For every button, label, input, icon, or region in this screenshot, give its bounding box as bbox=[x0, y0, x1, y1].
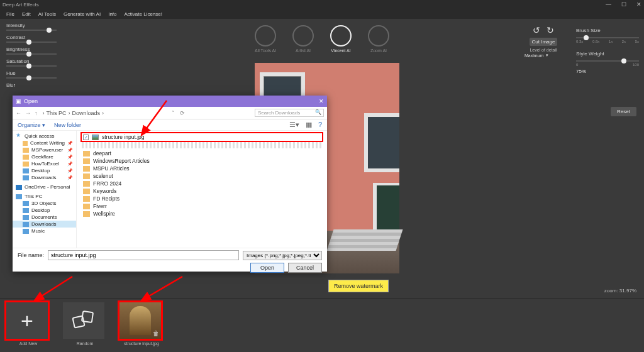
file-row[interactable]: Keywords bbox=[82, 187, 322, 195]
style-weight-slider[interactable] bbox=[576, 60, 639, 62]
redo-icon[interactable]: ↻ bbox=[547, 25, 554, 35]
svg-line-1 bbox=[35, 277, 72, 300]
mode-zoom[interactable]: Zoom AI bbox=[366, 25, 391, 53]
menu-activate[interactable]: Activate License! bbox=[125, 11, 162, 17]
sidebar-item[interactable]: MSPoweruser📌 bbox=[13, 146, 76, 153]
thumbnails-bar: + Add New Random 🗑 structure input.jpg bbox=[0, 298, 644, 352]
file-open-dialog: ▣Open ✕ ←→↑ ›This PC›Downloads› ˅ ⟳ Sear… bbox=[13, 96, 327, 272]
left-adjustments-panel: Intensity Contrast Brightness Saturation… bbox=[0, 19, 69, 96]
refresh-icon[interactable]: ⟳ bbox=[180, 110, 185, 116]
nav-dropdown-icon[interactable]: ˅ bbox=[172, 110, 175, 116]
undo-cut-panel: ↺↻ Cut Image Level of detail Maximum▾ bbox=[525, 25, 562, 58]
file-row[interactable]: Fiverr bbox=[82, 202, 322, 210]
sidebar-item[interactable]: Downloads📌 bbox=[13, 174, 76, 181]
dice-icon bbox=[73, 310, 94, 331]
help-icon[interactable]: ? bbox=[318, 121, 322, 129]
checkbox-icon[interactable]: ✓ bbox=[83, 135, 89, 140]
reset-button[interactable]: Reset bbox=[611, 107, 636, 116]
brush-size-label: Brush Size bbox=[576, 28, 639, 33]
cancel-button[interactable]: Cancel bbox=[288, 263, 322, 273]
sidebar-item[interactable]: Music bbox=[13, 228, 76, 234]
thumb-add-new[interactable]: + Add New bbox=[6, 302, 50, 349]
brightness-slider[interactable] bbox=[6, 53, 57, 55]
dialog-close-icon[interactable]: ✕ bbox=[319, 98, 324, 104]
trash-icon[interactable]: 🗑 bbox=[153, 330, 159, 337]
sidebar-item[interactable]: Desktop bbox=[13, 207, 76, 214]
intensity-label: Intensity bbox=[6, 23, 63, 28]
thumb-random[interactable]: Random bbox=[63, 302, 107, 349]
contrast-slider[interactable] bbox=[6, 41, 57, 43]
file-row[interactable]: deepart bbox=[82, 150, 322, 157]
lod-select[interactable]: Maximum▾ bbox=[525, 53, 562, 58]
mode-artist[interactable]: Artist AI bbox=[291, 25, 316, 53]
sidebar-item[interactable]: 3D Objects bbox=[13, 200, 76, 207]
close-icon[interactable]: ✕ bbox=[636, 1, 641, 8]
sidebar-item[interactable]: Desktop📌 bbox=[13, 167, 76, 174]
file-row[interactable]: scalenut bbox=[82, 172, 322, 180]
nav-back-icon[interactable]: ← bbox=[16, 110, 21, 116]
filename-input[interactable] bbox=[48, 250, 239, 260]
thumb-structure-image[interactable]: 🗑 structure input.jpg bbox=[119, 302, 164, 349]
file-row[interactable]: FD Recipts bbox=[82, 195, 322, 202]
dialog-titlebar[interactable]: ▣Open ✕ bbox=[13, 96, 327, 107]
organize-menu[interactable]: Organize ▾ bbox=[18, 122, 45, 128]
sidebar-quick-access[interactable]: Quick access bbox=[13, 133, 76, 140]
remove-watermark-button[interactable]: Remove watermark bbox=[328, 280, 389, 292]
style-weight-label: Style Weight bbox=[576, 51, 639, 57]
undo-icon[interactable]: ↺ bbox=[533, 25, 540, 35]
nav-fwd-icon[interactable]: → bbox=[25, 110, 31, 116]
file-row-selected[interactable]: ✓structure input.jpg bbox=[82, 133, 322, 141]
window-titlebar: Deep Art Effects — ☐ ✕ bbox=[0, 0, 644, 9]
nav-up-icon[interactable]: ↑ bbox=[35, 110, 38, 116]
maximize-icon[interactable]: ☐ bbox=[621, 1, 626, 8]
view-details-icon[interactable]: ▦ bbox=[306, 121, 312, 129]
menu-info[interactable]: Info bbox=[108, 11, 116, 17]
new-folder-button[interactable]: New folder bbox=[54, 122, 81, 128]
saturation-slider[interactable] bbox=[6, 65, 57, 67]
blur-label: Blur bbox=[6, 82, 63, 88]
zoom-level: zoom: 31.97% bbox=[604, 288, 636, 294]
mode-all-tools[interactable]: All Tools AI bbox=[253, 25, 278, 53]
hue-slider[interactable] bbox=[6, 77, 57, 79]
right-panel: Brush Size 0.3x0.8x1x2x5x Style Weight 0… bbox=[576, 25, 639, 74]
hue-label: Hue bbox=[6, 70, 63, 76]
ai-modes-row: All Tools AI Artist AI Vincent AI Zoom A… bbox=[253, 25, 391, 53]
plus-icon: + bbox=[21, 309, 33, 333]
chevron-down-icon: ▾ bbox=[546, 53, 548, 58]
view-list-icon[interactable]: ☰▾ bbox=[289, 121, 299, 129]
saturation-label: Saturation bbox=[6, 58, 63, 64]
sidebar-item[interactable]: Geekflare📌 bbox=[13, 153, 76, 160]
menu-file[interactable]: File bbox=[6, 11, 14, 17]
sidebar-item[interactable]: HowToExcel📌 bbox=[13, 160, 76, 167]
filetype-select[interactable]: Images (*.png;*.jpg;*.jpeg;*.tif;* bbox=[243, 251, 322, 260]
svg-line-2 bbox=[142, 277, 182, 300]
filename-label: File name: bbox=[18, 252, 44, 258]
menu-edit[interactable]: Edit bbox=[22, 11, 31, 17]
file-row[interactable]: WindowsReport Articles bbox=[82, 157, 322, 165]
open-button[interactable]: Open bbox=[250, 263, 284, 273]
file-row[interactable]: MSPU ARticles bbox=[82, 165, 322, 172]
contrast-label: Contrast bbox=[6, 35, 63, 40]
file-row[interactable]: FRRO 2024 bbox=[82, 180, 322, 187]
menu-ai-tools[interactable]: AI Tools bbox=[38, 11, 56, 17]
brush-size-slider[interactable] bbox=[576, 37, 639, 38]
dialog-toolbar: Organize ▾ New folder ☰▾▦? bbox=[13, 119, 327, 131]
cut-image-button[interactable]: Cut Image bbox=[530, 38, 558, 46]
minimize-icon[interactable]: — bbox=[606, 1, 611, 8]
mode-vincent[interactable]: Vincent AI bbox=[328, 25, 353, 53]
breadcrumb[interactable]: ›This PC›Downloads› bbox=[43, 110, 104, 116]
sidebar-onedrive[interactable]: OneDrive - Personal bbox=[13, 184, 76, 190]
sidebar-item[interactable]: Documents bbox=[13, 214, 76, 221]
sidebar-item[interactable]: Content Writing📌 bbox=[13, 140, 76, 146]
search-input[interactable]: Search Downloads🔍 bbox=[255, 109, 324, 117]
search-icon: 🔍 bbox=[315, 109, 321, 115]
menu-generate[interactable]: Generate with AI bbox=[64, 11, 101, 17]
sidebar-item-downloads[interactable]: Downloads bbox=[13, 221, 76, 228]
dialog-file-list: ✓structure input.jpg deepart WindowsRepo… bbox=[77, 131, 327, 248]
file-row[interactable]: Wellspire bbox=[82, 210, 322, 217]
dialog-footer: File name: Images (*.png;*.jpg;*.jpeg;*.… bbox=[13, 248, 327, 272]
lod-label: Level of detail bbox=[525, 48, 562, 52]
sidebar-thispc[interactable]: This PC bbox=[13, 193, 76, 200]
dialog-title: Open bbox=[24, 98, 38, 104]
intensity-slider[interactable] bbox=[6, 30, 57, 31]
